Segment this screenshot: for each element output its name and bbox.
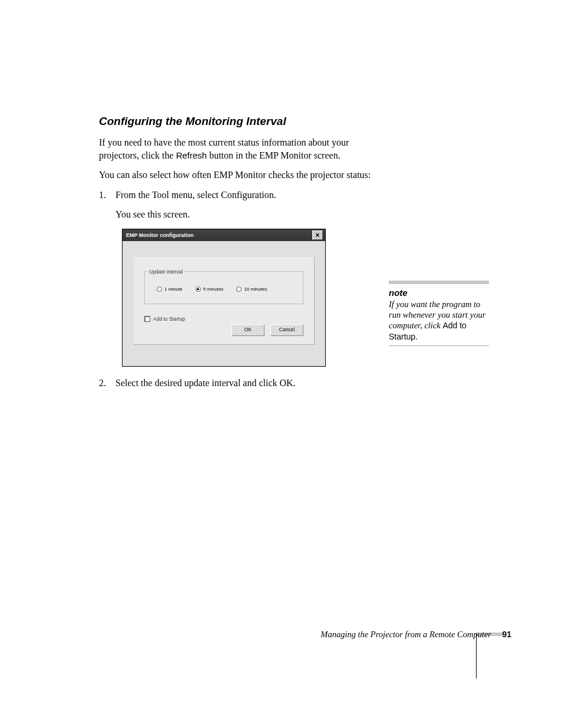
dialog-screenshot: EMP Monitor configuration × Update inter… bbox=[123, 229, 325, 366]
radio-icon bbox=[157, 286, 162, 292]
step-list-2: 2. Select the desired update interval an… bbox=[99, 377, 376, 390]
cancel-button[interactable]: Cancel bbox=[270, 324, 303, 336]
note-body-after: . bbox=[415, 332, 418, 341]
section-heading: Configuring the Monitoring Interval bbox=[99, 115, 376, 128]
note-body-before: If you want the program to run whenever … bbox=[389, 299, 485, 330]
refresh-label: Refresh bbox=[176, 150, 207, 160]
note-sidebar: note If you want the program to run when… bbox=[389, 281, 489, 346]
note-top-rule bbox=[389, 281, 489, 284]
radio-icon bbox=[236, 286, 242, 292]
radio-3-label: 10 minutes bbox=[244, 286, 267, 292]
radio-10-minutes[interactable]: 10 minutes bbox=[236, 286, 267, 292]
checkbox-label: Add to Startup bbox=[153, 316, 185, 322]
footer-thick-rule bbox=[476, 633, 503, 636]
footer-chapter-title: Managing the Projector from a Remote Com… bbox=[320, 630, 491, 640]
note-heading: note bbox=[389, 288, 489, 298]
add-to-startup-row[interactable]: Add to Startup bbox=[144, 316, 303, 322]
dialog-title: EMP Monitor configuration bbox=[126, 232, 194, 238]
step-2: 2. Select the desired update interval an… bbox=[99, 377, 376, 390]
ok-button[interactable]: OK bbox=[232, 324, 265, 336]
intro-paragraph: If you need to have the most current sta… bbox=[99, 136, 376, 162]
page-number: 91 bbox=[502, 630, 511, 639]
ok-label-inline: OK bbox=[280, 378, 293, 388]
intro-text-after: button in the EMP Monitor screen. bbox=[207, 150, 340, 160]
step-2-text-after: . bbox=[293, 378, 296, 388]
step-1: 1. From the Tool menu, select Configurat… bbox=[99, 189, 376, 221]
radio-row: 1 minute 5 minutes 10 minutes bbox=[147, 286, 300, 292]
footer-vertical-rule bbox=[476, 634, 477, 678]
radio-5-minutes[interactable]: 5 minutes bbox=[196, 286, 224, 292]
step-list: 1. From the Tool menu, select Configurat… bbox=[99, 189, 376, 221]
radio-1-minute[interactable]: 1 minute bbox=[157, 286, 183, 292]
checkbox-icon bbox=[144, 316, 150, 322]
main-column: Configuring the Monitoring Interval If y… bbox=[99, 115, 376, 398]
radio-1-label: 1 minute bbox=[164, 286, 183, 292]
step-2-text-before: Select the desired update interval and c… bbox=[115, 378, 280, 388]
radio-2-label: 5 minutes bbox=[203, 286, 224, 292]
dialog-body: Update interval 1 minute 5 minutes bbox=[123, 241, 325, 366]
close-icon[interactable]: × bbox=[312, 230, 323, 240]
page: Configuring the Monitoring Interval If y… bbox=[0, 0, 562, 728]
dialog-button-row: OK Cancel bbox=[232, 324, 303, 336]
step-1-number: 1. bbox=[99, 189, 106, 202]
paragraph-2: You can also select how often EMP Monito… bbox=[99, 169, 376, 182]
group-legend: Update interval bbox=[147, 269, 184, 275]
note-bottom-rule bbox=[389, 345, 489, 346]
note-body: If you want the program to run whenever … bbox=[389, 299, 489, 342]
step-2-number: 2. bbox=[99, 377, 106, 390]
radio-icon-selected bbox=[196, 286, 201, 292]
configuration-label: Configuration bbox=[221, 190, 274, 200]
update-interval-group: Update interval 1 minute 5 minutes bbox=[144, 269, 303, 304]
step-1-sub: You see this screen. bbox=[115, 208, 376, 221]
step-1-text-before: From the Tool menu, select bbox=[115, 190, 221, 200]
step-1-text-after: . bbox=[274, 190, 276, 200]
dialog-inner-panel: Update interval 1 minute 5 minutes bbox=[133, 256, 315, 345]
dialog-titlebar: EMP Monitor configuration × bbox=[123, 229, 325, 241]
